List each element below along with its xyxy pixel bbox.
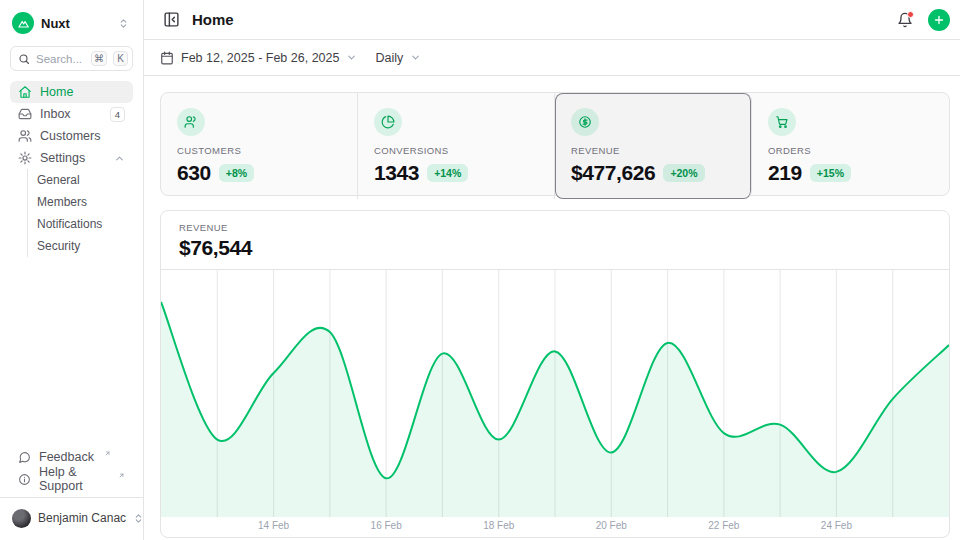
page-header: Home bbox=[144, 0, 960, 40]
period-select[interactable]: Daily bbox=[375, 51, 421, 65]
inbox-icon bbox=[18, 107, 32, 121]
avatar bbox=[12, 509, 31, 528]
sidebar-toggle-button[interactable] bbox=[158, 7, 184, 33]
date-range-label: Feb 12, 2025 - Feb 26, 2025 bbox=[181, 51, 339, 65]
sidebar-item-label: Feedback bbox=[39, 450, 94, 464]
chevron-down-icon bbox=[346, 52, 357, 63]
x-tick-label: 14 Feb bbox=[258, 520, 289, 531]
search-input[interactable]: Search... ⌘ K bbox=[10, 46, 133, 71]
stat-delta-badge: +14% bbox=[427, 164, 468, 182]
stat-delta-badge: +20% bbox=[663, 164, 704, 182]
cart-icon bbox=[768, 108, 796, 136]
main-area: Home Feb 12, 2025 - Feb 26, 2025 bbox=[144, 0, 960, 540]
sidebar-item-label: Home bbox=[40, 85, 125, 99]
notification-dot bbox=[907, 11, 914, 18]
chevrons-up-down-icon bbox=[133, 513, 144, 524]
x-tick-label: 20 Feb bbox=[596, 520, 627, 531]
home-icon bbox=[18, 85, 32, 99]
inbox-count-badge: 4 bbox=[110, 107, 125, 122]
pie-chart-icon bbox=[374, 108, 402, 136]
sidebar-item-label: Inbox bbox=[40, 107, 102, 121]
sidebar-item-members[interactable]: Members bbox=[37, 191, 133, 213]
settings-sub-list: General Members Notifications Security bbox=[27, 169, 133, 257]
team-switcher[interactable]: Nuxt bbox=[10, 8, 133, 38]
sidebar-item-label: Help & Support bbox=[39, 465, 108, 493]
stat-value: 219 bbox=[768, 161, 802, 185]
period-label: Daily bbox=[375, 51, 403, 65]
user-name: Benjamin Canac bbox=[38, 511, 126, 525]
sidebar-item-customers[interactable]: Customers bbox=[10, 125, 133, 147]
user-menu[interactable]: Benjamin Canac bbox=[10, 504, 133, 532]
sidebar-nav: Home Inbox 4 Customers bbox=[10, 81, 133, 257]
x-tick-label: 22 Feb bbox=[708, 520, 739, 531]
stat-card-conversions[interactable]: CONVERSIONS 1343 +14% bbox=[358, 93, 555, 199]
sidebar-item-label: Customers bbox=[40, 129, 125, 143]
kbd-k: K bbox=[113, 51, 128, 66]
dashboard-content: CUSTOMERS 630 +8% CONVERSIONS 1343 +14% bbox=[144, 76, 960, 540]
chevrons-up-down-icon bbox=[118, 18, 129, 29]
stat-label: CONVERSIONS bbox=[374, 145, 538, 156]
plus-icon bbox=[933, 14, 945, 26]
stat-label: REVENUE bbox=[571, 145, 735, 156]
add-button[interactable] bbox=[928, 9, 950, 31]
chevron-down-icon bbox=[410, 52, 421, 63]
sidebar-item-general[interactable]: General bbox=[37, 169, 133, 191]
chart-plot-area bbox=[161, 270, 949, 517]
page-title: Home bbox=[192, 11, 234, 28]
sidebar: Nuxt Search... ⌘ K Home bbox=[0, 0, 144, 540]
chart-metric-value: $76,544 bbox=[179, 236, 931, 260]
external-link-icon bbox=[104, 450, 111, 457]
sidebar-item-home[interactable]: Home bbox=[10, 81, 133, 103]
stats-row: CUSTOMERS 630 +8% CONVERSIONS 1343 +14% bbox=[160, 92, 950, 196]
users-icon bbox=[177, 108, 205, 136]
gear-icon bbox=[18, 151, 32, 165]
filters-toolbar: Feb 12, 2025 - Feb 26, 2025 Daily bbox=[144, 40, 960, 76]
x-axis-ticks: 14 Feb16 Feb18 Feb20 Feb22 Feb24 Feb bbox=[161, 517, 949, 537]
calendar-icon bbox=[160, 51, 174, 65]
external-link-icon bbox=[118, 472, 125, 479]
stat-value: 630 bbox=[177, 161, 211, 185]
stat-delta-badge: +8% bbox=[219, 164, 254, 182]
kbd-cmd: ⌘ bbox=[91, 51, 107, 66]
search-icon bbox=[18, 53, 30, 65]
search-placeholder: Search... bbox=[36, 53, 85, 65]
sidebar-divider bbox=[0, 497, 143, 498]
x-tick-label: 18 Feb bbox=[483, 520, 514, 531]
x-tick-label: 24 Feb bbox=[821, 520, 852, 531]
stat-value: 1343 bbox=[374, 161, 419, 185]
stat-label: CUSTOMERS bbox=[177, 145, 341, 156]
sidebar-item-settings[interactable]: Settings bbox=[10, 147, 133, 169]
info-circle-icon bbox=[18, 473, 31, 486]
users-icon bbox=[18, 129, 32, 143]
nuxt-logo bbox=[12, 12, 34, 34]
stat-label: ORDERS bbox=[768, 145, 933, 156]
date-range-picker[interactable]: Feb 12, 2025 - Feb 26, 2025 bbox=[160, 51, 357, 65]
app-window: Nuxt Search... ⌘ K Home bbox=[0, 0, 960, 540]
sidebar-item-notifications[interactable]: Notifications bbox=[37, 213, 133, 235]
chart-header: REVENUE $76,544 bbox=[161, 211, 949, 270]
stat-card-customers[interactable]: CUSTOMERS 630 +8% bbox=[161, 93, 358, 199]
stat-card-revenue[interactable]: REVENUE $477,626 +20% bbox=[555, 93, 752, 199]
chart-metric-label: REVENUE bbox=[179, 222, 931, 233]
chevron-up-icon bbox=[114, 153, 125, 164]
stat-value: $477,626 bbox=[571, 161, 655, 185]
speech-bubble-icon bbox=[18, 451, 31, 464]
sidebar-item-help-support[interactable]: Help & Support bbox=[10, 468, 133, 490]
sidebar-item-inbox[interactable]: Inbox 4 bbox=[10, 103, 133, 125]
stat-card-orders[interactable]: ORDERS 219 +15% bbox=[752, 93, 949, 199]
revenue-chart-card: REVENUE $76,544 14 Feb16 Feb18 Feb20 Feb… bbox=[160, 210, 950, 538]
stat-delta-badge: +15% bbox=[810, 164, 851, 182]
revenue-area-chart[interactable] bbox=[161, 270, 949, 517]
panel-left-icon bbox=[163, 11, 180, 28]
x-tick-label: 16 Feb bbox=[371, 520, 402, 531]
team-name: Nuxt bbox=[41, 16, 111, 31]
sidebar-item-security[interactable]: Security bbox=[37, 235, 133, 257]
notifications-button[interactable] bbox=[892, 7, 918, 33]
sidebar-item-label: Settings bbox=[40, 151, 106, 165]
dollar-circle-icon bbox=[571, 108, 599, 136]
